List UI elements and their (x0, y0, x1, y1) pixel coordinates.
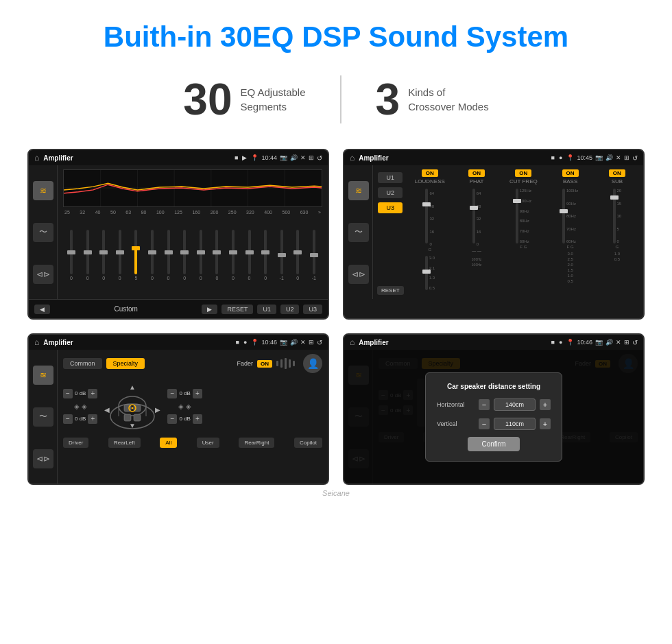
location-icon-2: 📍 (566, 154, 574, 161)
db-minus-fr[interactable]: − (167, 389, 177, 398)
phat-scale: 644832160 (477, 191, 481, 246)
phat-on-btn[interactable]: ON (468, 169, 485, 177)
eq-icon-3[interactable]: ≋ (33, 366, 53, 385)
cutfreq-slider[interactable] (516, 189, 518, 243)
vertical-plus-btn[interactable]: + (540, 418, 551, 429)
eq-slider-0[interactable]: 0 (64, 230, 78, 281)
preset-u2[interactable]: U2 (378, 187, 403, 198)
eq-slider-14[interactable]: 0 (291, 230, 304, 281)
specialty-tab-3[interactable]: Specialty (106, 358, 145, 369)
app-name-3: Amplifier (43, 339, 231, 346)
eq-icon-1[interactable]: ≋ (33, 181, 53, 200)
loudness-slider-2[interactable] (425, 256, 428, 290)
u1-btn-1[interactable]: U1 (257, 305, 276, 314)
main-content-1: ≋ 〜 ⊲⊳ (29, 165, 328, 299)
home-icon-4[interactable]: ⌂ (350, 337, 355, 347)
eq-icon-2[interactable]: ≋ (348, 181, 369, 200)
db-plus-fr[interactable]: + (193, 389, 202, 398)
eq-slider-5[interactable]: 0 (145, 230, 159, 281)
sub-on-btn[interactable]: ON (609, 169, 625, 177)
speaker-fr-icon: ◈ (178, 403, 184, 410)
fader-on-btn-3[interactable]: ON (257, 360, 272, 368)
vertical-value: 110cm (494, 418, 536, 430)
back-icon-2[interactable]: ↺ (632, 154, 638, 162)
db-minus-rr[interactable]: − (167, 414, 177, 424)
home-icon-3[interactable]: ⌂ (34, 337, 39, 347)
db-minus-fl[interactable]: − (63, 389, 73, 398)
reset-btn-2[interactable]: RESET (377, 286, 404, 295)
u2-btn-1[interactable]: U2 (280, 305, 300, 314)
crossover-main-2: U1 U2 U3 RESET ON LOUDNESS (373, 165, 643, 299)
bass-slider[interactable] (562, 189, 565, 243)
wave-icon-3[interactable]: 〜 (33, 407, 53, 427)
horizontal-minus-btn[interactable]: − (479, 399, 490, 410)
status-icons-4: 📍 10:46 📷 🔊 ✕ ⊞ ↺ (566, 339, 638, 346)
vol-left-icon-2[interactable]: ⊲⊳ (348, 265, 369, 284)
back-icon-1[interactable]: ↺ (317, 154, 322, 162)
preset-u3[interactable]: U3 (378, 202, 403, 213)
eq-slider-2[interactable]: 0 (97, 230, 110, 281)
preset-u1[interactable]: U1 (378, 172, 403, 183)
common-tab-3[interactable]: Common (63, 358, 102, 369)
left-icons-panel-1: ≋ 〜 ⊲⊳ (29, 165, 58, 299)
reset-btn-1[interactable]: RESET (221, 305, 253, 314)
prev-btn-1[interactable]: ◀ (34, 305, 50, 314)
sub-label: SUB (612, 178, 623, 184)
all-btn-3[interactable]: All (160, 438, 177, 448)
eq-slider-1[interactable]: 0 (81, 230, 95, 281)
driver-btn-3[interactable]: Driver (63, 438, 88, 448)
eq-slider-4[interactable]: 5 (129, 230, 143, 281)
back-icon-3[interactable]: ↺ (317, 339, 322, 346)
speaker-fr2-icon: ◈ (186, 403, 191, 410)
amp-main-3: Common Specialty Fader ON 👤 (58, 350, 328, 484)
eq-slider-6[interactable]: 0 (162, 230, 176, 281)
play-icon-1[interactable]: ▶ (242, 154, 247, 161)
db-control-rl: − 0 dB + (63, 414, 97, 424)
cutfreq-on-btn[interactable]: ON (515, 169, 531, 177)
eq-slider-3[interactable]: 0 (113, 230, 127, 281)
home-icon-1[interactable]: ⌂ (34, 153, 39, 163)
loudness-g-label: G (428, 248, 431, 252)
loudness-on-btn[interactable]: ON (422, 169, 438, 177)
phat-slider[interactable] (472, 189, 475, 243)
eq-slider-11[interactable]: 0 (243, 230, 256, 281)
play-btn-1[interactable]: ▶ (202, 305, 217, 314)
x-icon-3: ✕ (300, 339, 306, 346)
user-icon-3[interactable]: 👤 (303, 354, 322, 373)
bass-on-btn[interactable]: ON (562, 169, 579, 177)
channel-loudness: ON LOUDNESS 644832160 (408, 169, 452, 295)
expand-icon-2: ⊞ (624, 154, 629, 161)
rearright-btn-3[interactable]: RearRight (239, 438, 274, 448)
camera-icon-3: 📷 (280, 339, 287, 346)
horizontal-plus-btn[interactable]: + (540, 399, 551, 410)
u3-btn-1[interactable]: U3 (303, 305, 322, 314)
home-icon-2[interactable]: ⌂ (350, 153, 355, 163)
vertical-minus-btn[interactable]: − (479, 418, 490, 429)
eq-slider-7[interactable]: 0 (178, 230, 191, 281)
confirm-button[interactable]: Confirm (468, 437, 519, 451)
wave-icon-2[interactable]: 〜 (348, 223, 369, 242)
db-minus-rl[interactable]: − (63, 414, 73, 424)
wave-icon-1[interactable]: 〜 (33, 223, 53, 242)
loudness-slider[interactable] (425, 189, 428, 243)
user-btn-3[interactable]: User (197, 438, 219, 448)
eq-slider-15[interactable]: -1 (307, 230, 321, 281)
rearleft-btn-3[interactable]: RearLeft (108, 438, 141, 448)
db-plus-fl[interactable]: + (88, 389, 97, 398)
eq-slider-10[interactable]: 0 (226, 230, 240, 281)
expand-icon-3: ⊞ (309, 339, 314, 346)
vol-left-icon-3[interactable]: ⊲⊳ (33, 449, 53, 468)
time-1: 10:44 (261, 154, 277, 161)
eq-slider-9[interactable]: 0 (210, 230, 224, 281)
eq-slider-12[interactable]: 0 (259, 230, 272, 281)
db-value-fr: 0 dB (179, 390, 190, 396)
sub-slider[interactable] (613, 189, 616, 243)
eq-slider-8[interactable]: 0 (194, 230, 208, 281)
eq-slider-13[interactable]: -1 (275, 230, 289, 281)
db-plus-rl[interactable]: + (88, 414, 97, 424)
copilot-btn-3[interactable]: Copilot (294, 438, 322, 448)
db-plus-rr[interactable]: + (193, 414, 202, 424)
back-icon-4[interactable]: ↺ (632, 339, 638, 346)
vol-left-icon-1[interactable]: ⊲⊳ (33, 265, 53, 284)
vol-icon-4: 🔊 (605, 339, 613, 346)
